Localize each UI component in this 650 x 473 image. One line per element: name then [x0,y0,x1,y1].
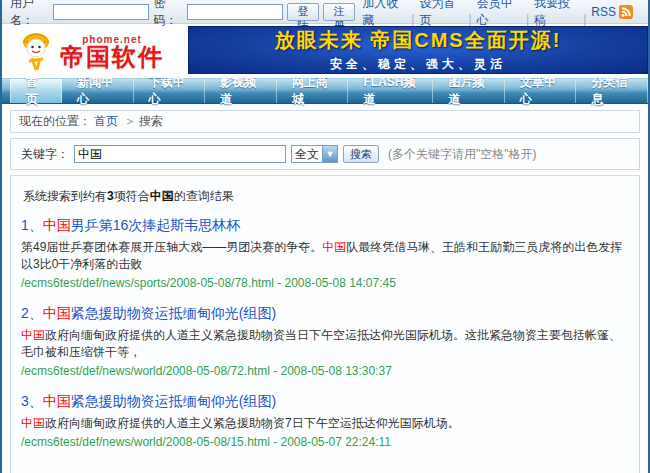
result-url[interactable]: /ecms6test/def/news/world/2008-05-08/15.… [21,435,629,449]
nav-tab-photo[interactable]: 图片频道 [433,79,505,103]
result-description: 第49届世乒赛团体赛展开压轴大戏——男团决赛的争夺。中国队最终凭借马琳、王皓和王… [21,239,629,273]
breadcrumb: 现在的位置： 首页 ＞ 搜索 [10,110,640,133]
keyword-input[interactable] [74,145,286,163]
results-panel: 系统搜索到约有3项符合中国的查询结果 1、中国男乒第16次捧起斯韦思林杯 第49… [10,175,640,473]
result-description: 中国政府向缅甸政府提供的人道主义紧急援助物资7日下午空运抵达仰光国际机场。 [21,415,629,432]
rss-link[interactable]: RSS [584,5,640,19]
page: 用户名： 密码： 登陆 注册 加入收藏 设为首页 会员中心 我要投稿 RSS [0,0,650,473]
breadcrumb-separator: ＞ [124,113,136,130]
breadcrumb-home-link[interactable]: 首页 [94,113,118,130]
search-hint: (多个关键字请用"空格"格开) [388,146,537,163]
nav-tab-news[interactable]: 新闻中心 [62,79,134,103]
site-logo[interactable]: phome.net 帝国软件 [2,24,188,78]
rss-icon [619,5,633,19]
banner-subtitle: 安全、稳定、强大、灵活 [330,56,506,73]
results-summary: 系统搜索到约有3项符合中国的查询结果 [23,188,629,205]
submit-article-link[interactable]: 我要投稿 [527,0,584,29]
breadcrumb-current: 搜索 [139,113,163,130]
logo-name: 帝国软件 [60,45,164,69]
breadcrumb-prefix: 现在的位置： [19,113,91,130]
nav-tab-video[interactable]: 影视频道 [205,79,277,103]
ad-banner[interactable]: 放眼未来 帝国CMS全面开源! 安全、稳定、强大、灵活 [188,26,648,74]
member-center-link[interactable]: 会员中心 [470,0,527,29]
add-favorite-link[interactable]: 加入收藏 [355,0,412,29]
topbar: 用户名： 密码： 登陆 注册 加入收藏 设为首页 会员中心 我要投稿 RSS [2,0,648,24]
nav-tab-download[interactable]: 下载中心 [134,79,206,103]
logo-mascot-icon [18,28,54,74]
result-title-link[interactable]: 3、中国紧急援助物资运抵缅甸仰光(组图) [21,393,629,411]
search-result-item: 2、中国紧急援助物资运抵缅甸仰光(组图) 中国政府向缅甸政府提供的人道主义紧急援… [21,305,629,378]
topbar-links: 加入收藏 设为首页 会员中心 我要投稿 RSS [355,0,640,29]
search-result-item: 1、中国男乒第16次捧起斯韦思林杯 第49届世乒赛团体赛展开压轴大戏——男团决赛… [21,217,629,290]
login-button[interactable]: 登陆 [287,3,319,21]
search-form: 关键字： 全文 ▼ 搜索 (多个关键字请用"空格"格开) [10,138,640,170]
search-result-item: 3、中国紧急援助物资运抵缅甸仰光(组图) 中国政府向缅甸政府提供的人道主义紧急援… [21,393,629,449]
result-url[interactable]: /ecms6test/def/news/sports/2008-05-08/78… [21,276,629,290]
chevron-down-icon: ▼ [322,146,337,162]
nav-tab-classified[interactable]: 分类信息 [576,79,648,103]
keyword-label: 关键字： [21,146,69,163]
result-title-link[interactable]: 2、中国紧急援助物资运抵缅甸仰光(组图) [21,305,629,323]
nav-tab-flash[interactable]: FLASH频道 [348,79,433,103]
logo-text: phome.net 帝国软件 [60,34,164,69]
set-homepage-link[interactable]: 设为首页 [412,0,469,29]
search-scope-select[interactable]: 全文 ▼ [291,145,338,163]
header: phome.net 帝国软件 放眼未来 帝国CMS全面开源! 安全、稳定、强大、… [2,24,648,78]
nav-tab-home[interactable]: 首页 [10,79,62,103]
main-nav: 首页 新闻中心 下载中心 影视频道 网上商城 FLASH频道 图片频道 文章中心… [2,78,648,104]
banner-title: 放眼未来 帝国CMS全面开源! [275,27,562,54]
username-input[interactable] [53,4,149,20]
result-title-link[interactable]: 1、中国男乒第16次捧起斯韦思林杯 [21,217,629,235]
nav-tab-article[interactable]: 文章中心 [505,79,577,103]
nav-tab-mall[interactable]: 网上商城 [277,79,349,103]
password-input[interactable] [187,4,283,20]
result-description: 中国政府向缅甸政府提供的人道主义紧急援助物资当日下午空运抵达仰光国际机场。这批紧… [21,327,629,361]
result-url[interactable]: /ecms6test/def/news/world/2008-05-08/72.… [21,364,629,378]
content: 现在的位置： 首页 ＞ 搜索 关键字： 全文 ▼ 搜索 (多个关键字请用"空格"… [2,104,648,473]
search-button[interactable]: 搜索 [343,145,379,163]
register-button[interactable]: 注册 [323,3,355,21]
